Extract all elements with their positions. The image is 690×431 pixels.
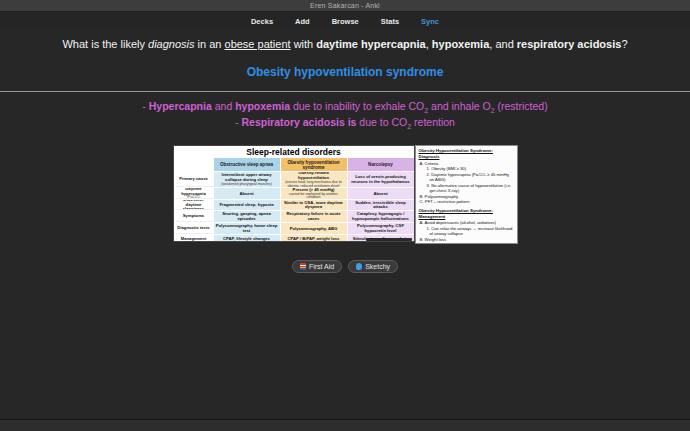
col-header-narcolepsy: Narcolepsy bbox=[348, 158, 414, 171]
window-titlebar: Eren Sakarcan - Anki bbox=[0, 0, 690, 12]
card-explanation-notes: - Hypercapnia and hypoxemia due to inabi… bbox=[0, 100, 690, 132]
menu-stats[interactable]: Stats bbox=[377, 15, 403, 28]
sleep-disorders-table-image: Sleep-related disorders Obstructive slee… bbox=[173, 145, 415, 242]
question-seg-italic: diagnosis bbox=[148, 38, 194, 50]
row-label: Symptoms bbox=[175, 211, 213, 222]
sketchy-drop-icon bbox=[356, 263, 362, 270]
table-cell: Respiratory failure in acute cases bbox=[281, 211, 347, 222]
question-seg-underline: obese patient bbox=[225, 38, 291, 50]
menu-browse[interactable]: Browse bbox=[328, 15, 363, 28]
table-cell: Polysomnography, ABG bbox=[281, 223, 347, 234]
table-cell: Sudden, irresistible sleep attacks bbox=[348, 200, 414, 210]
management-section-title: Obesity Hypoventilation Syndrome: Manage… bbox=[419, 208, 514, 220]
ohs-outline-notes-image: Obesity Hypoventilation Syndrome: Diagno… bbox=[415, 145, 518, 244]
card-review-area: What is the likely diagnosis in an obese… bbox=[0, 38, 690, 273]
table-cell: Present (> 45 mmHg)cannot be explained b… bbox=[281, 188, 347, 199]
explanation-line-2: - Respiratory acidosis is due to CO2 ret… bbox=[0, 116, 690, 132]
outline-line: C. CPAP (continuous positive airway pres… bbox=[419, 242, 514, 244]
table-credit-right bbox=[366, 238, 412, 241]
row-label: Primary cause bbox=[175, 172, 213, 187]
table-cell: Similar to OSA, more daytime dyspnea bbox=[281, 200, 347, 210]
table-cell: Snoring, gasping, apnea episodes bbox=[214, 211, 280, 222]
first-aid-tag-button[interactable]: First Aid bbox=[292, 260, 342, 273]
outline-line: 1. Can relax the airways → increase like… bbox=[419, 226, 514, 237]
question-seg: in an bbox=[195, 38, 225, 50]
question-seg-bold: respiratory acidosis bbox=[517, 38, 622, 50]
table-cell: Loss of orexin-producing neurons in the … bbox=[348, 172, 414, 187]
table-cell: Absent bbox=[214, 188, 280, 199]
question-seg: with bbox=[291, 38, 317, 50]
sketchy-tag-label: Sketchy bbox=[365, 263, 390, 270]
question-seg-bold: daytime hypercapnia bbox=[316, 38, 425, 50]
first-aid-tag-label: First Aid bbox=[309, 263, 334, 270]
row-label: Diagnostic tests bbox=[175, 223, 213, 234]
table-cell: Fragmented sleep, hypoxia bbox=[214, 200, 280, 210]
sleep-table-title: Sleep-related disorders bbox=[174, 146, 414, 158]
col-header-ohs: Obesity hypoventilation syndrome bbox=[281, 158, 347, 171]
outline-line: 3. No alternative cause of hypoventilati… bbox=[419, 183, 514, 194]
table-cell: Obesity-related hypoventilation(excess l… bbox=[281, 172, 347, 187]
sketchy-tag-button[interactable]: Sketchy bbox=[348, 260, 398, 273]
explanation-line-1: - Hypercapnia and hypoxemia due to inabi… bbox=[0, 100, 690, 116]
menu-decks[interactable]: Decks bbox=[247, 15, 277, 28]
question-seg: What is the likely bbox=[62, 38, 148, 50]
anki-bottom-toolbar bbox=[0, 419, 690, 431]
window-title: Eren Sakarcan - Anki bbox=[310, 2, 380, 9]
outline-line: 2. Daytime hypercapnia (PaCO₂ ≥ 45 mmHg … bbox=[419, 172, 514, 183]
table-cell: Polysomnography, CSF hypocretin level bbox=[348, 223, 414, 234]
first-aid-book-icon bbox=[300, 263, 306, 270]
question-answer-divider bbox=[0, 91, 690, 92]
card-question: What is the likely diagnosis in an obese… bbox=[0, 38, 690, 52]
table-cell: Absent bbox=[348, 188, 414, 199]
menu-sync[interactable]: Sync bbox=[417, 15, 443, 28]
sleep-table-footer: © bbox=[174, 237, 414, 241]
row-label: Excessive daytime sleepiness bbox=[175, 200, 213, 210]
sleep-table-corner bbox=[175, 158, 213, 171]
table-credit-left: © bbox=[176, 238, 178, 241]
table-cell: Cataplexy, hypnagogic / hypnopompic hall… bbox=[348, 211, 414, 222]
menu-add[interactable]: Add bbox=[291, 15, 314, 28]
table-cell: Polysomnography, home sleep test bbox=[214, 223, 280, 234]
question-seg-bold: hypoxemia bbox=[432, 38, 489, 50]
card-images-row: Sleep-related disorders Obstructive slee… bbox=[0, 145, 690, 244]
question-seg: , and bbox=[489, 38, 517, 50]
question-seg: ? bbox=[621, 38, 627, 50]
card-answer: Obesity hypoventilation syndrome bbox=[0, 65, 690, 79]
col-header-osa: Obstructive sleep apnea bbox=[214, 158, 280, 171]
row-label: Daytime hypercapnia(PaCO₂) bbox=[175, 188, 213, 199]
sleep-table-grid: Obstructive sleep apnea Obesity hypovent… bbox=[175, 158, 413, 242]
card-tags-row: First Aid Sketchy bbox=[0, 260, 690, 273]
outline-line: C. PFT – restrictive pattern bbox=[419, 199, 514, 205]
table-cell: Intermittent upper airway collapse durin… bbox=[214, 172, 280, 187]
diagnosis-section-title: Obesity Hypoventilation Syndrome: Diagno… bbox=[419, 148, 514, 160]
anki-menubar: Decks Add Browse Stats Sync bbox=[0, 12, 690, 30]
